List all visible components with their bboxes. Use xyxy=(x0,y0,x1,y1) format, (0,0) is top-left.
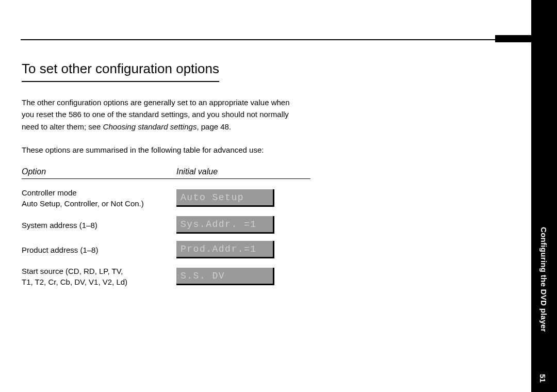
lcd-display: Prod.Addr.=1 xyxy=(176,241,274,258)
table-header: Option Initial value xyxy=(22,167,310,179)
option-line1: Controller mode xyxy=(22,188,77,197)
page-number: 51 xyxy=(538,374,547,383)
table-row: Product address (1–8) Prod.Addr.=1 xyxy=(22,241,341,258)
side-tab: Configuring the DVD player 51 xyxy=(531,0,557,392)
table-row: System address (1–8) Sys.Addr. =1 xyxy=(22,216,341,234)
content-area: To set other configuration options The o… xyxy=(22,61,341,295)
option-label: Product address (1–8) xyxy=(22,244,176,255)
table-row: Controller mode Auto Setup, Controller, … xyxy=(22,187,341,209)
para1-reference: Choosing standard settings xyxy=(103,122,197,131)
header-initial-value: Initial value xyxy=(176,167,310,176)
header-option: Option xyxy=(22,167,176,176)
section-title: To set other configuration options xyxy=(22,61,219,82)
intro-paragraph-1: The other configuration options are gene… xyxy=(22,96,290,133)
option-line1: Start source (CD, RD, LP, TV, xyxy=(22,267,123,275)
option-line1: Product address (1–8) xyxy=(22,246,98,254)
manual-page: Configuring the DVD player 51 To set oth… xyxy=(0,0,557,392)
option-line1: System address (1–8) xyxy=(22,221,97,230)
lcd-display: S.S. DV xyxy=(176,268,274,285)
lcd-display: Auto Setup xyxy=(176,189,274,207)
options-table: Option Initial value Controller mode Aut… xyxy=(22,167,341,287)
option-label: Controller mode Auto Setup, Controller, … xyxy=(22,187,176,209)
para1-tail: , page 48. xyxy=(196,122,231,131)
top-divider-thick xyxy=(495,35,531,42)
option-label: Start source (CD, RD, LP, TV, T1, T2, Cr… xyxy=(22,266,176,287)
top-divider xyxy=(21,39,531,40)
table-row: Start source (CD, RD, LP, TV, T1, T2, Cr… xyxy=(22,266,341,287)
option-line2: T1, T2, Cr, Cb, DV, V1, V2, Ld) xyxy=(22,277,127,286)
option-line2: Auto Setup, Controller, or Not Con.) xyxy=(22,199,144,208)
side-section-label: Configuring the DVD player xyxy=(539,227,548,332)
option-label: System address (1–8) xyxy=(22,220,176,231)
intro-paragraph-2: These options are summarised in the foll… xyxy=(22,144,290,156)
lcd-display: Sys.Addr. =1 xyxy=(176,216,274,234)
